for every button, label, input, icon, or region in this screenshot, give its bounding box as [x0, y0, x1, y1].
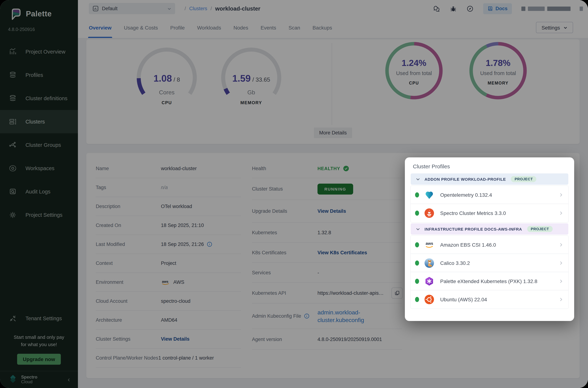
- project-badge: PROJECT: [527, 226, 553, 232]
- pxk-icon: [424, 276, 434, 286]
- infrastructure-profile-section-header[interactable]: INFRASTRUCTURE PROFILE DOCS-AWS-INFRA PR…: [411, 223, 568, 235]
- chevron-right-icon: [559, 297, 563, 302]
- cluster-profiles-popover: Cluster Profiles ADDON PROFILE WORKLOAD-…: [405, 157, 574, 321]
- addon-profile-section-header[interactable]: ADDON PROFILE WORKLOAD-PROFILE PROJECT: [411, 173, 568, 185]
- profile-row-ubuntu[interactable]: Ubuntu (AWS) 22.04: [411, 290, 568, 309]
- chevron-right-icon: [559, 193, 563, 197]
- profile-row-spectro-cluster-metrics[interactable]: Spectro Cluster Metrics 3.3.0: [411, 204, 568, 222]
- cluster-profiles-title: Cluster Profiles: [413, 163, 568, 170]
- profile-row-pxk[interactable]: Palette eXtended Kubernetes (PXK) 1.32.8: [411, 272, 568, 290]
- status-dot: [415, 260, 419, 266]
- ubuntu-icon: [424, 294, 434, 305]
- prometheus-icon: [424, 208, 434, 218]
- app-window: Palette 4.8.0-250916 Project Overview Pr…: [0, 0, 588, 388]
- aws-icon: aws: [424, 240, 434, 250]
- project-badge: PROJECT: [511, 176, 537, 182]
- opentelemetry-icon: [424, 190, 434, 200]
- svg-text:aws: aws: [426, 241, 433, 245]
- profile-row-calico[interactable]: Calico 3.30.2: [411, 254, 568, 272]
- status-dot: [415, 297, 419, 302]
- chevron-right-icon: [559, 211, 563, 215]
- status-dot: [415, 192, 419, 197]
- chevron-right-icon: [559, 279, 563, 283]
- status-dot: [415, 211, 419, 216]
- addon-profile-rows: Opentelemetry 0.132.4 Spectro Cluster Me…: [411, 186, 568, 222]
- chevron-right-icon: [559, 261, 563, 265]
- calico-icon: [424, 258, 434, 268]
- chevron-right-icon: [559, 242, 563, 247]
- status-dot: [415, 242, 419, 247]
- chevron-down-icon: [416, 177, 420, 181]
- status-dot: [415, 279, 419, 284]
- profile-row-amazon-ebs-csi[interactable]: aws Amazon EBS CSI 1.46.0: [411, 236, 568, 254]
- infrastructure-profile-rows: aws Amazon EBS CSI 1.46.0 Calico 3.30.2 …: [411, 236, 568, 309]
- profile-row-opentelemetry[interactable]: Opentelemetry 0.132.4: [411, 186, 568, 204]
- chevron-down-icon: [416, 227, 420, 231]
